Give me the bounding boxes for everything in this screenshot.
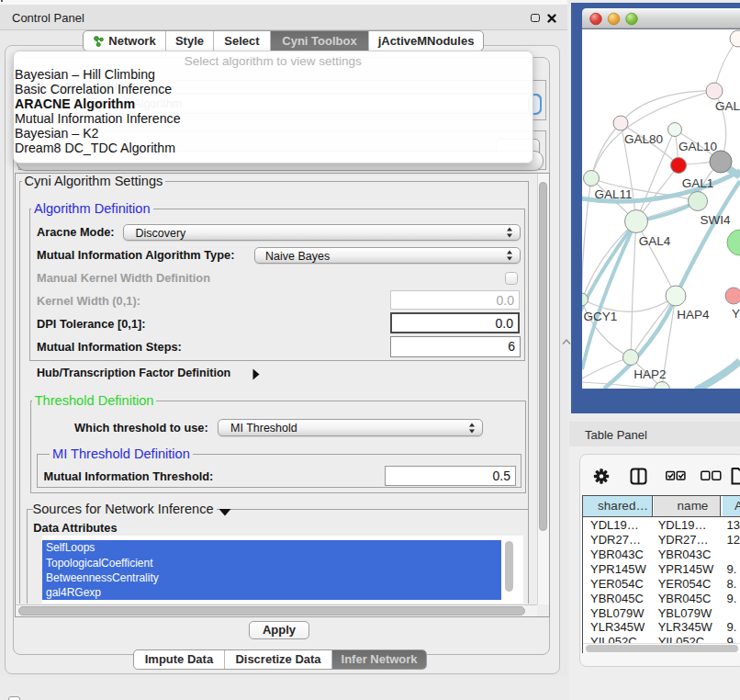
svg-text:HAP2: HAP2 [633, 367, 666, 381]
svg-text:HAP4: HAP4 [677, 308, 710, 322]
svg-text:SWI4: SWI4 [700, 213, 730, 227]
svg-text:Y: Y [732, 307, 740, 321]
svg-text:GAL11: GAL11 [594, 187, 632, 201]
svg-text:GAL1: GAL1 [682, 176, 714, 190]
svg-text:GAL10: GAL10 [678, 140, 717, 153]
svg-text:GCY1: GCY1 [584, 310, 618, 323]
svg-text:GAL4: GAL4 [639, 234, 671, 248]
svg-text:GAL7: GAL7 [715, 99, 740, 113]
svg-text:GAL80: GAL80 [624, 132, 663, 146]
